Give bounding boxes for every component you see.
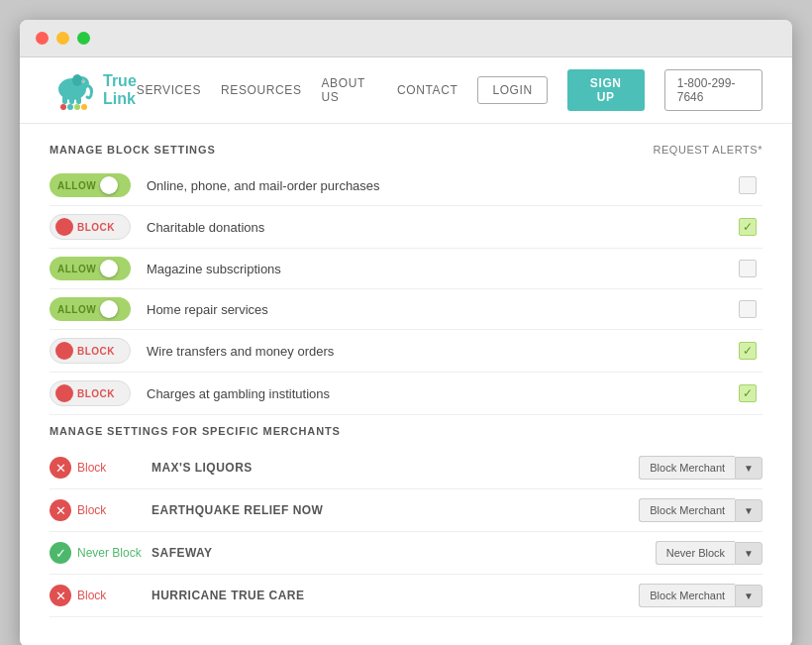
row-label-3: Magazine subscriptions (139, 262, 733, 276)
nav-about[interactable]: ABOUT US (322, 76, 378, 104)
merchant-settings-section: MANAGE SETTINGS FOR SPECIFIC MERCHANTS ✕… (50, 425, 762, 617)
nav-services[interactable]: SERVICES (137, 83, 201, 97)
nav-links: SERVICES RESOURCES ABOUT US CONTACT LOGI… (137, 69, 762, 111)
dropdown-btn-2[interactable]: Block Merchant (639, 498, 735, 522)
dropdown-arrow-1[interactable]: ▼ (735, 457, 762, 480)
row-label-5: Wire transfers and money orders (139, 344, 733, 359)
dropdown-btn-4[interactable]: Block Merchant (639, 584, 735, 607)
logo-icon (50, 67, 95, 113)
svg-rect-6 (69, 97, 74, 104)
phone-number: 1-800-299-7646 (664, 69, 762, 111)
toggle-circle-4 (100, 300, 118, 318)
toggle-label-6: BLOCK (77, 388, 115, 399)
dropdown-btn-1[interactable]: Block Merchant (639, 456, 735, 480)
merchant-dropdown-1[interactable]: Block Merchant ▼ (639, 456, 762, 480)
merchant-status-text-1: Block (77, 461, 152, 475)
merchant-status-icon-3: ✓ (50, 542, 71, 564)
checkbox-checked-5: ✓ (739, 342, 757, 360)
merchant-name-1: MAX'S LIQUORS (152, 461, 639, 475)
page-content: True Link SERVICES RESOURCES ABOUT US CO… (20, 57, 792, 645)
svg-point-10 (74, 104, 80, 110)
merchant-status-icon-2: ✕ (50, 499, 71, 521)
traffic-light-green[interactable] (77, 32, 90, 45)
checkbox-3[interactable] (733, 260, 762, 277)
svg-rect-5 (62, 96, 67, 104)
dropdown-arrow-4[interactable]: ▼ (735, 585, 762, 607)
merchant-settings-title: MANAGE SETTINGS FOR SPECIFIC MERCHANTS (50, 425, 341, 437)
navbar: True Link SERVICES RESOURCES ABOUT US CO… (20, 57, 792, 124)
merchant-dropdown-3[interactable]: Never Block ▼ (656, 541, 762, 565)
checkbox-6[interactable]: ✓ (733, 384, 762, 402)
settings-row-6: BLOCK Charges at gambling institutions ✓ (50, 373, 762, 415)
settings-row-2: BLOCK Charitable donations ✓ (50, 206, 762, 249)
merchant-dropdown-2[interactable]: Block Merchant ▼ (639, 498, 762, 522)
row-label-6: Charges at gambling institutions (139, 386, 733, 401)
toggle-circle-1 (100, 176, 118, 194)
login-button[interactable]: LOGIN (477, 76, 547, 104)
dropdown-arrow-2[interactable]: ▼ (735, 499, 762, 522)
toggle-label-2: BLOCK (77, 222, 115, 233)
merchant-row-1: ✕ Block MAX'S LIQUORS Block Merchant ▼ (50, 447, 762, 489)
block-settings-header: MANAGE BLOCK SETTINGS REQUEST ALERTS* (50, 144, 762, 156)
checkbox-empty-4 (739, 300, 757, 318)
dropdown-arrow-3[interactable]: ▼ (735, 542, 762, 565)
settings-row-1: ALLOW Online, phone, and mail-order purc… (50, 165, 762, 206)
toggle-5[interactable]: BLOCK (50, 338, 139, 364)
merchant-status-text-4: Block (77, 589, 152, 602)
merchant-status-text-3: Never Block (77, 546, 152, 560)
merchant-name-4: HURRICANE TRUE CARE (152, 589, 639, 602)
svg-rect-7 (76, 97, 81, 104)
toggle-4[interactable]: ALLOW (50, 297, 139, 321)
block-settings-section: MANAGE BLOCK SETTINGS REQUEST ALERTS* AL… (50, 144, 762, 415)
checkbox-4[interactable] (733, 300, 762, 318)
checkbox-5[interactable]: ✓ (733, 342, 762, 360)
block-settings-title: MANAGE BLOCK SETTINGS (50, 144, 216, 156)
nav-resources[interactable]: RESOURCES (221, 83, 301, 97)
row-label-1: Online, phone, and mail-order purchases (139, 178, 733, 193)
main-content: MANAGE BLOCK SETTINGS REQUEST ALERTS* AL… (20, 124, 792, 645)
nav-contact[interactable]: CONTACT (397, 83, 457, 97)
settings-row-5: BLOCK Wire transfers and money orders ✓ (50, 330, 762, 373)
svg-point-8 (60, 104, 66, 110)
checkbox-1[interactable] (733, 176, 762, 194)
alerts-label: REQUEST ALERTS* (653, 144, 762, 156)
row-label-4: Home repair services (139, 302, 733, 317)
browser-chrome (20, 20, 792, 57)
checkbox-empty-1 (739, 176, 757, 194)
merchant-dropdown-4[interactable]: Block Merchant ▼ (639, 584, 762, 607)
toggle-1[interactable]: ALLOW (50, 173, 139, 197)
checkbox-empty-3 (739, 260, 757, 277)
toggle-circle-3 (100, 260, 118, 277)
dropdown-btn-3[interactable]: Never Block (656, 541, 735, 565)
merchant-row-2: ✕ Block EARTHQUAKE RELIEF NOW Block Merc… (50, 489, 762, 532)
checkbox-2[interactable]: ✓ (733, 218, 762, 236)
toggle-label-4: ALLOW (57, 304, 96, 315)
merchant-status-text-2: Block (77, 503, 152, 517)
merchant-name-3: SAFEWAY (152, 546, 656, 560)
traffic-light-yellow[interactable] (56, 32, 69, 45)
checkbox-checked-6: ✓ (739, 384, 757, 402)
toggle-label-1: ALLOW (57, 180, 96, 191)
row-label-2: Charitable donations (139, 220, 733, 235)
toggle-label-5: BLOCK (77, 346, 115, 357)
svg-point-2 (72, 74, 82, 86)
svg-point-9 (67, 104, 73, 110)
settings-row-4: ALLOW Home repair services (50, 289, 762, 330)
logo-area: True Link (50, 67, 137, 113)
toggle-label-3: ALLOW (57, 264, 96, 274)
merchant-settings-header: MANAGE SETTINGS FOR SPECIFIC MERCHANTS (50, 425, 762, 437)
toggle-2[interactable]: BLOCK (50, 214, 139, 240)
browser-window: True Link SERVICES RESOURCES ABOUT US CO… (20, 20, 792, 645)
svg-point-4 (82, 80, 83, 81)
toggle-dot-6 (55, 384, 73, 402)
toggle-dot-2 (55, 218, 73, 236)
settings-row-3: ALLOW Magazine subscriptions (50, 249, 762, 289)
toggle-6[interactable]: BLOCK (50, 380, 139, 406)
signup-button[interactable]: SIGN UP (567, 69, 645, 111)
svg-point-11 (81, 104, 87, 110)
traffic-light-red[interactable] (36, 32, 49, 45)
merchant-status-icon-1: ✕ (50, 457, 71, 479)
toggle-dot-5 (55, 342, 73, 360)
toggle-3[interactable]: ALLOW (50, 257, 139, 280)
merchant-row-3: ✓ Never Block SAFEWAY Never Block ▼ (50, 532, 762, 575)
